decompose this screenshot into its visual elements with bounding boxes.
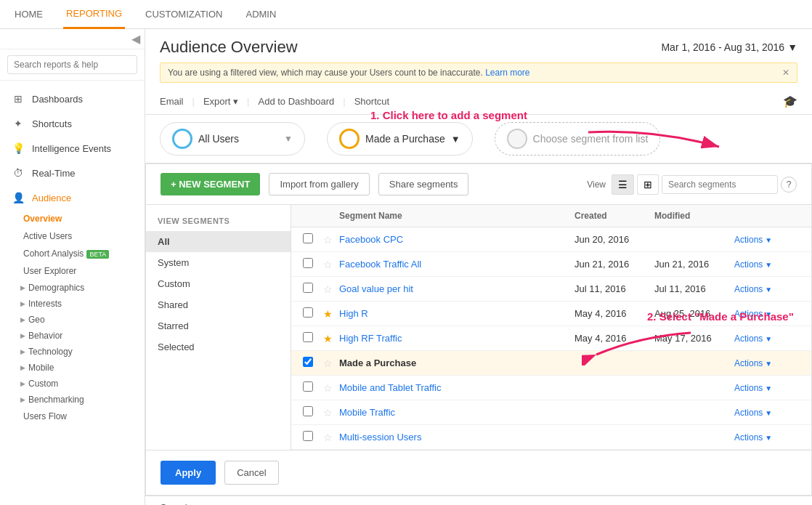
row1-star[interactable]: ☆ bbox=[323, 259, 333, 270]
sidebar-sub-overview[interactable]: Overview bbox=[0, 210, 145, 227]
new-segment-button[interactable]: + NEW SEGMENT bbox=[161, 173, 260, 195]
beta-badge: BETA bbox=[86, 250, 109, 259]
row8-checkbox[interactable] bbox=[303, 431, 313, 441]
nav-reporting[interactable]: REPORTING bbox=[63, 0, 125, 29]
row0-actions[interactable]: Actions bbox=[734, 235, 772, 245]
sidebar-sub-benchmarking[interactable]: Benchmarking bbox=[0, 392, 145, 408]
sidebar-item-label: Dashboards bbox=[32, 94, 83, 105]
shortcut-action[interactable]: Shortcut bbox=[354, 96, 389, 107]
overview-tab-label[interactable]: Overview bbox=[160, 502, 199, 505]
table-row: ☆ Goal value per hit Jul 11, 2016 Jul 11… bbox=[291, 277, 811, 302]
row4-checkbox[interactable] bbox=[303, 332, 313, 342]
col-check bbox=[303, 211, 323, 221]
row5-star[interactable]: ☆ bbox=[323, 357, 333, 369]
cancel-button[interactable]: Cancel bbox=[224, 461, 278, 485]
seg-sidebar-selected[interactable]: Selected bbox=[146, 336, 291, 357]
row5-name[interactable]: Made a Purchase bbox=[339, 357, 575, 368]
row1-name[interactable]: Facebook Traffic All bbox=[339, 259, 575, 270]
row7-star[interactable]: ☆ bbox=[323, 407, 333, 419]
row8-name[interactable]: Multi-session Users bbox=[339, 432, 575, 443]
row6-actions[interactable]: Actions bbox=[734, 383, 772, 393]
row4-modified: May 17, 2016 bbox=[654, 333, 734, 344]
sidebar-sub-behavior[interactable]: Behavior bbox=[0, 328, 145, 344]
sidebar-item-label: Shortcuts bbox=[32, 118, 72, 129]
row7-checkbox[interactable] bbox=[303, 406, 313, 416]
row8-star[interactable]: ☆ bbox=[323, 432, 333, 443]
seg-sidebar-title: VIEW SEGMENTS bbox=[146, 214, 291, 231]
row4-created: May 4, 2016 bbox=[575, 333, 654, 344]
sidebar-sub-technology[interactable]: Technology bbox=[0, 344, 145, 360]
row0-name[interactable]: Facebook CPC bbox=[339, 234, 575, 245]
apply-button[interactable]: Apply bbox=[161, 461, 216, 485]
segment-all-users[interactable]: All Users ▼ bbox=[160, 122, 305, 155]
segment-choose[interactable]: Choose segment from list bbox=[495, 122, 661, 155]
sidebar-sub-active-users[interactable]: Active Users bbox=[0, 227, 145, 245]
add-dashboard-action[interactable]: Add to Dashboard bbox=[258, 96, 334, 107]
search-input[interactable] bbox=[7, 55, 137, 74]
row6-checkbox[interactable] bbox=[303, 381, 313, 392]
sidebar-item-shortcuts[interactable]: ✦ Shortcuts bbox=[0, 111, 145, 136]
row3-name[interactable]: High R bbox=[339, 308, 575, 319]
sidebar-sub-interests[interactable]: Interests bbox=[0, 296, 145, 312]
row6-name[interactable]: Mobile and Tablet Traffic bbox=[339, 382, 575, 393]
collapse-icon[interactable]: ◀ bbox=[131, 32, 140, 46]
row7-actions[interactable]: Actions bbox=[734, 408, 772, 418]
row3-actions[interactable]: Actions bbox=[734, 309, 772, 319]
import-gallery-button[interactable]: Import from gallery bbox=[269, 173, 369, 195]
row2-actions[interactable]: Actions bbox=[734, 284, 772, 294]
sidebar-sub-demographics[interactable]: Demographics bbox=[0, 280, 145, 296]
seg-sidebar-custom[interactable]: Custom bbox=[146, 273, 291, 294]
sidebar-sub-users-flow[interactable]: Users Flow bbox=[0, 408, 145, 425]
table-row: ☆ Multi-session Users Actions bbox=[291, 425, 811, 450]
sidebar-sub-geo[interactable]: Geo bbox=[0, 312, 145, 328]
table-row: ★ High RF Traffic May 4, 2016 May 17, 20… bbox=[291, 326, 811, 351]
nav-customization[interactable]: CUSTOMIZATION bbox=[142, 0, 225, 29]
seg-sidebar-shared[interactable]: Shared bbox=[146, 294, 291, 315]
row6-star[interactable]: ☆ bbox=[323, 382, 333, 394]
seg-sidebar-system[interactable]: System bbox=[146, 252, 291, 273]
learn-more-link[interactable]: Learn more bbox=[485, 68, 529, 78]
seg-sidebar-starred[interactable]: Starred bbox=[146, 315, 291, 336]
row2-checkbox[interactable] bbox=[303, 283, 313, 293]
row4-star[interactable]: ★ bbox=[323, 333, 333, 344]
segment-made-purchase[interactable]: Made a Purchase ▼ bbox=[327, 122, 473, 155]
bottom-bar: Apply Cancel bbox=[146, 450, 811, 495]
sidebar-sub-mobile[interactable]: Mobile bbox=[0, 360, 145, 376]
row5-checkbox[interactable] bbox=[303, 357, 313, 367]
email-action[interactable]: Email bbox=[160, 96, 184, 107]
sidebar-sub-cohort[interactable]: Cohort AnalysisBETA bbox=[0, 245, 145, 262]
sidebar-item-realtime[interactable]: ⏱ Real-Time bbox=[0, 161, 145, 185]
row2-modified: Jul 11, 2016 bbox=[654, 283, 734, 294]
help-button[interactable]: ? bbox=[781, 177, 797, 193]
row2-star[interactable]: ☆ bbox=[323, 283, 333, 295]
export-action[interactable]: Export ▾ bbox=[203, 96, 238, 107]
row4-actions[interactable]: Actions bbox=[734, 334, 772, 344]
row5-actions[interactable]: Actions bbox=[734, 358, 772, 368]
seg-sidebar-all[interactable]: All bbox=[146, 231, 291, 252]
sidebar-toggle[interactable]: ◀ bbox=[0, 29, 145, 49]
row3-star[interactable]: ★ bbox=[323, 308, 333, 320]
row7-name[interactable]: Mobile Traffic bbox=[339, 407, 575, 418]
row0-checkbox[interactable] bbox=[303, 233, 313, 243]
sidebar-item-dashboards[interactable]: ⊞ Dashboards bbox=[0, 86, 145, 111]
grid-view-button[interactable]: ⊞ bbox=[637, 174, 659, 195]
sidebar-sub-custom[interactable]: Custom bbox=[0, 376, 145, 392]
segment2-icon bbox=[339, 129, 360, 149]
date-range[interactable]: Mar 1, 2016 - Aug 31, 2016 ▼ bbox=[661, 41, 797, 53]
row0-star[interactable]: ☆ bbox=[323, 234, 333, 246]
nav-home[interactable]: HOME bbox=[12, 0, 46, 29]
row2-name[interactable]: Goal value per hit bbox=[339, 283, 575, 294]
row8-actions[interactable]: Actions bbox=[734, 432, 772, 443]
sidebar-sub-user-explorer[interactable]: User Explorer bbox=[0, 262, 145, 280]
list-view-button[interactable]: ☰ bbox=[612, 174, 634, 195]
share-segments-button[interactable]: Share segments bbox=[378, 173, 469, 195]
row3-checkbox[interactable] bbox=[303, 307, 313, 318]
row1-checkbox[interactable] bbox=[303, 258, 313, 268]
row1-actions[interactable]: Actions bbox=[734, 259, 772, 270]
search-segments-input[interactable] bbox=[662, 175, 778, 194]
warning-close[interactable]: ✕ bbox=[782, 68, 789, 78]
sidebar-item-audience[interactable]: 👤 Audience bbox=[0, 185, 145, 210]
nav-admin[interactable]: ADMIN bbox=[243, 0, 279, 29]
row4-name[interactable]: High RF Traffic bbox=[339, 333, 575, 344]
sidebar-item-intelligence[interactable]: 💡 Intelligence Events bbox=[0, 136, 145, 161]
